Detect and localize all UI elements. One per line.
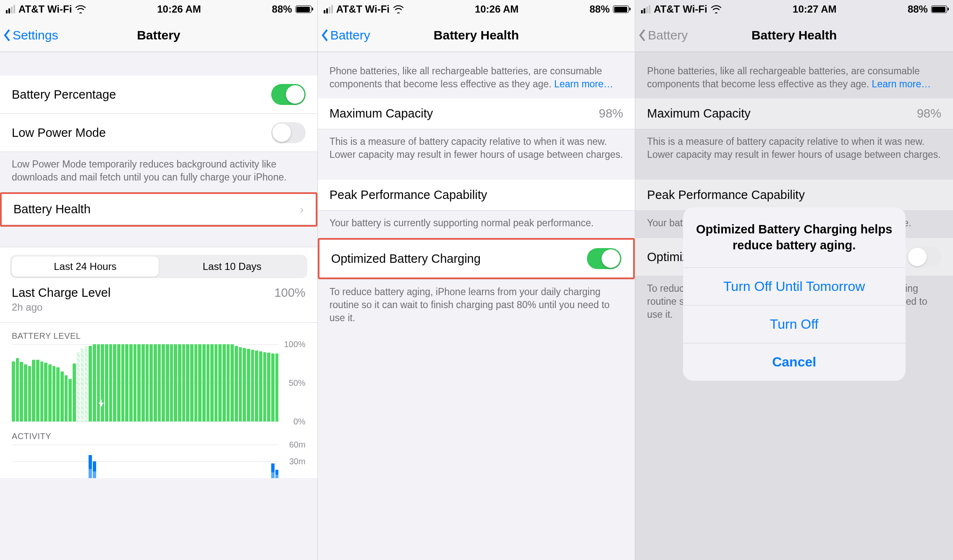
chevron-right-icon: ›	[300, 203, 304, 216]
peak-performance-row: Peak Performance Capability	[318, 180, 635, 211]
turn-off-button[interactable]: Turn Off	[683, 306, 906, 343]
battery-health-screen: AT&T Wi-Fi 10:26 AM 88% Battery Battery …	[318, 0, 636, 560]
wifi-icon	[393, 5, 404, 13]
battery-icon	[931, 5, 947, 13]
cancel-button[interactable]: Cancel	[683, 343, 906, 381]
sheet-title: Optimized Battery Charging helps reduce …	[683, 207, 906, 268]
wifi-icon	[711, 5, 722, 13]
optimized-charging-switch	[907, 246, 941, 267]
cell-label: Low Power Mode	[12, 126, 106, 140]
segment-24h[interactable]: Last 24 Hours	[12, 256, 159, 277]
max-capacity-value: 98%	[599, 107, 623, 120]
nav-bar: Battery Battery Health	[635, 18, 953, 52]
chevron-left-icon	[3, 29, 11, 42]
activity-chart: 60m 30m	[12, 445, 306, 478]
header-text: Phone batteries, like all rechargeable b…	[318, 52, 635, 98]
nav-bar: Battery Battery Health	[318, 18, 635, 52]
status-bar: AT&T Wi-Fi 10:26 AM 88%	[0, 0, 317, 18]
max-capacity-value: 98%	[917, 107, 941, 120]
cell-label: Optimized Battery Charging	[331, 252, 481, 266]
status-bar: AT&T Wi-Fi 10:26 AM 88%	[318, 0, 635, 18]
turn-off-tomorrow-button[interactable]: Turn Off Until Tomorrow	[683, 268, 906, 306]
battery-percent-label: 88%	[908, 3, 928, 15]
battery-icon	[296, 5, 312, 13]
status-time: 10:26 AM	[157, 3, 201, 15]
status-time: 10:26 AM	[475, 3, 518, 15]
chevron-left-icon	[639, 29, 646, 42]
back-button[interactable]: Settings	[3, 28, 58, 42]
learn-more-link[interactable]: Learn more…	[554, 79, 613, 89]
status-bar: AT&T Wi-Fi 10:27 AM 88%	[635, 0, 953, 18]
battery-level-chart-block: BATTERY LEVEL 100% 50% 0% ACTIVITY 60m 3…	[0, 323, 317, 478]
cell-label: Battery Percentage	[12, 88, 116, 102]
low-power-row: Low Power Mode	[0, 114, 317, 152]
charging-bolt-icon	[98, 399, 105, 408]
cell-label: Peak Performance Capability	[330, 188, 487, 202]
signal-icon	[324, 5, 333, 13]
segment-10d[interactable]: Last 10 Days	[159, 256, 306, 277]
back-button[interactable]: Battery	[321, 28, 370, 42]
last-charge-sub: 2h ago	[12, 301, 110, 313]
opt-footer: To reduce battery aging, iPhone learns f…	[318, 279, 635, 333]
carrier-label: AT&T Wi-Fi	[336, 3, 390, 15]
battery-percent-label: 88%	[589, 3, 610, 15]
cell-label: Maximum Capacity	[330, 107, 433, 120]
highlight-battery-health: Battery Health ›	[0, 192, 317, 227]
back-label: Settings	[13, 28, 58, 42]
wifi-icon	[75, 5, 86, 13]
carrier-label: AT&T Wi-Fi	[18, 3, 72, 15]
signal-icon	[6, 5, 15, 13]
y-label: 60m	[281, 440, 306, 450]
chart-title: ACTIVITY	[12, 432, 306, 441]
max-capacity-row: Maximum Capacity 98%	[318, 98, 635, 129]
cell-label: Battery Health	[13, 202, 91, 216]
chevron-left-icon	[321, 29, 329, 42]
battery-health-row[interactable]: Battery Health ›	[2, 194, 316, 225]
nav-title: Battery Health	[434, 28, 519, 42]
signal-icon	[641, 5, 650, 13]
max-capacity-footer: This is a measure of battery capacity re…	[635, 129, 953, 170]
nav-bar: Settings Battery	[0, 18, 317, 52]
last-charge-label: Last Charge Level	[12, 286, 110, 300]
optimized-charging-switch[interactable]	[587, 248, 621, 269]
back-label: Battery	[330, 28, 370, 42]
learn-more-link: Learn more…	[872, 79, 931, 89]
battery-percent-label: 88%	[272, 3, 292, 15]
last-charge-pct: 100%	[274, 286, 305, 300]
back-label: Battery	[648, 28, 688, 42]
y-label: 50%	[281, 378, 306, 388]
low-power-switch[interactable]	[271, 122, 306, 143]
last-charge-row: Last Charge Level 2h ago 100%	[0, 278, 317, 323]
battery-percentage-switch[interactable]	[271, 84, 306, 105]
nav-title: Battery	[137, 28, 180, 42]
back-button: Battery	[639, 28, 688, 42]
peak-performance-row: Peak Performance Capability	[635, 180, 953, 211]
optimized-charging-row: Optimized Battery Charging	[319, 240, 634, 277]
chart-title: BATTERY LEVEL	[12, 331, 306, 341]
max-capacity-footer: This is a measure of battery capacity re…	[318, 129, 635, 170]
status-time: 10:27 AM	[793, 3, 836, 15]
nav-title: Battery Health	[751, 28, 837, 42]
y-label: 0%	[281, 417, 306, 427]
time-range-segment[interactable]: Last 24 Hours Last 10 Days	[10, 255, 307, 278]
low-power-footer: Low Power Mode temporarily reduces backg…	[0, 152, 317, 192]
y-label: 100%	[281, 340, 306, 349]
battery-percentage-row: Battery Percentage	[0, 76, 317, 114]
battery-icon	[613, 5, 629, 13]
header-text: Phone batteries, like all rechargeable b…	[635, 52, 953, 98]
battery-level-chart: 100% 50% 0%	[12, 344, 306, 421]
max-capacity-row: Maximum Capacity 98%	[635, 98, 953, 129]
segmented-control-wrap: Last 24 Hours Last 10 Days	[0, 247, 317, 278]
battery-settings-screen: AT&T Wi-Fi 10:26 AM 88% Settings Battery…	[0, 0, 318, 560]
battery-health-sheet-screen: AT&T Wi-Fi 10:27 AM 88% Battery Battery …	[635, 0, 953, 560]
cell-label: Peak Performance Capability	[647, 188, 805, 202]
peak-footer: Your battery is currently supporting nor…	[318, 211, 635, 238]
carrier-label: AT&T Wi-Fi	[654, 3, 707, 15]
highlight-optimized-charging: Optimized Battery Charging	[318, 238, 635, 279]
y-label: 30m	[281, 457, 306, 466]
cell-label: Maximum Capacity	[647, 107, 751, 120]
action-sheet: Optimized Battery Charging helps reduce …	[683, 207, 906, 381]
